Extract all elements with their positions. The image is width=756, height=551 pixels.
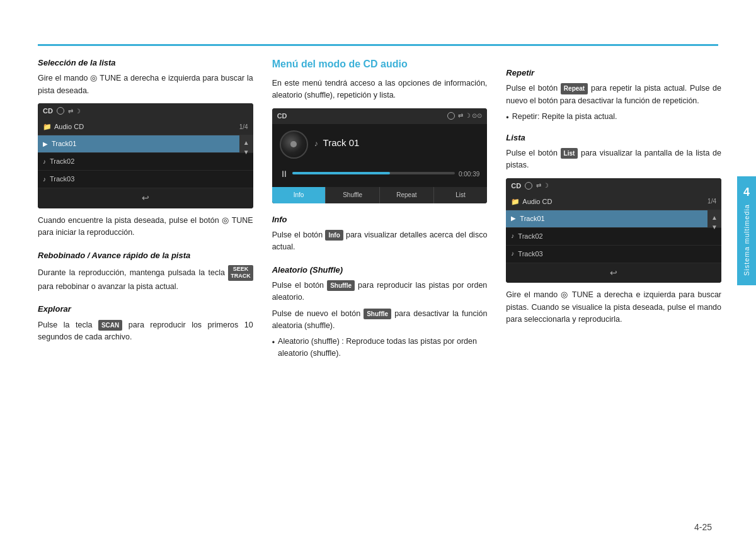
track-item-3-1: ▶ Track01 ▲ ▼: [506, 210, 721, 228]
col1-section1-title: Selección de la lista: [38, 57, 253, 69]
shuffle-bullet-text: Aleatorio (shuffle) : Reproduce todas la…: [278, 336, 487, 360]
cd-disc-graphic: [280, 130, 308, 159]
cd-header-1: CD ⇄ ☽: [38, 103, 253, 119]
shuffle-badge-1: Shuffle: [327, 280, 355, 292]
track-music-icon-3-3: ♪: [511, 249, 514, 259]
col2-section3-body2: Pulse de nuevo el botón Shuffle para des…: [272, 308, 488, 332]
player-track-info: ♪ Track 01: [314, 135, 480, 152]
audio-cd-label-3: 📁Audio CD: [511, 196, 552, 207]
col1-section3-body: Durante la reproducción, mantenga pulsad…: [38, 265, 253, 293]
info-badge: Info: [325, 230, 343, 241]
top-decorative-line: [38, 44, 718, 46]
track-play-icon-3: ▶: [511, 213, 516, 224]
column-2: Menú del modo de CD audio En este menú t…: [263, 57, 497, 513]
col3-section2-body: Pulse el botón List para visualizar la p…: [506, 147, 721, 172]
chapter-label: Sistema multimedia: [743, 204, 750, 276]
col3-section2-title: Lista: [506, 132, 721, 144]
col2-section2-body: Pulse el botón Info para visualizar deta…: [272, 229, 488, 254]
col3-section3-body: Gire el mando ◎ TUNE a derecha e izquier…: [506, 289, 721, 326]
cd-label-3: CD: [511, 181, 521, 191]
cd-header-left: CD ⇄ ☽: [43, 106, 81, 116]
main-content: Selección de la lista Gire el mando ◎ TU…: [38, 57, 731, 513]
progress-fill: [292, 172, 390, 174]
track-name-1: Track01: [52, 139, 76, 149]
page-number: 4-25: [694, 522, 712, 532]
cd-header-3: CD ⇄ ☽: [506, 178, 721, 194]
cd-screen-player: CD ⇄ ☽ ⊙⊙ ♪ Track 01: [272, 108, 488, 203]
column-3: Repetir Pulse el botón Repeat para repet…: [496, 57, 731, 513]
track-item-3-3: ♪ Track03: [506, 246, 721, 263]
cd-circle-icon-3: [525, 182, 532, 190]
list-badge: List: [561, 148, 578, 159]
track-item-2: ♪ Track02: [38, 153, 253, 171]
cd-back-row: ↩: [38, 188, 253, 208]
repeat-bullet-text: Repetir: Repite la pista actual.: [512, 111, 617, 124]
track-count-1: 1/4: [239, 122, 248, 132]
track-play-icon: ▶: [43, 139, 48, 149]
time-display: 0:00:39: [459, 169, 479, 179]
scan-button: SCAN: [98, 320, 122, 331]
track-title: ♪ Track 01: [314, 135, 480, 150]
player-circle-icon: [447, 112, 455, 120]
column-1: Selección de la lista Gire el mando ◎ TU…: [38, 57, 263, 513]
cd-screen-tracklist: CD ⇄ ☽ 📁Audio CD 1/4 ▶ Track01 ▲ ▼: [38, 103, 253, 208]
track-music-icon-3-2: ♪: [511, 231, 514, 241]
player-header: CD ⇄ ☽ ⊙⊙: [272, 108, 488, 124]
track-count-3: 1/4: [707, 196, 716, 207]
cd-header-left-3: CD ⇄ ☽: [511, 181, 549, 191]
col1-section1-body: Gire el mando ◎ TUNE a derecha e izquier…: [38, 72, 253, 97]
shuffle-badge-2: Shuffle: [364, 309, 391, 320]
shuffle-btn[interactable]: Shuffle: [326, 187, 380, 203]
repeat-bullet: • Repetir: Repite la pista actual.: [506, 111, 721, 124]
col1-section2-body: Cuando encuentre la pista deseada, pulse…: [38, 215, 253, 239]
track-name-3-2: Track02: [518, 231, 542, 242]
player-header-extra-icons: ⇄ ☽ ⊙⊙: [458, 111, 483, 121]
cd-disc-center: [290, 141, 297, 147]
seek-track-button: SEEKTRACK: [228, 265, 253, 281]
col2-section1-body: En este menú tendrá acceso a las opcione…: [272, 77, 488, 102]
cd-tracks-wrapper-3: ▶ Track01 ▲ ▼ ♪ Track02 ♪ Track03 ↩: [506, 210, 721, 283]
repeat-badge: Repeat: [561, 83, 588, 94]
col2-section3-body1: Pulse el botón Shuffle para reproducir l…: [272, 280, 488, 304]
bullet-dot-1: •: [272, 337, 275, 360]
col1-section3-title: Rebobinado / Avance rápido de la pista: [38, 249, 253, 262]
track-title-text: Track 01: [323, 137, 360, 148]
track-name-2: Track02: [50, 156, 74, 167]
info-btn[interactable]: Info: [272, 187, 326, 203]
scroll-bar: ▲ ▼: [239, 135, 253, 152]
chapter-number: 4: [743, 186, 750, 199]
col1-section4-title: Explorar: [38, 303, 253, 315]
cd-tracks-wrapper: ▶ Track01 ▲ ▼ ♪ Track02 ♪ Track03 ↩: [38, 135, 253, 208]
cd-screen-tracklist-2: CD ⇄ ☽ 📁Audio CD 1/4 ▶ Track01 ▲ ▼: [506, 178, 721, 283]
track-name-3-3: Track03: [518, 249, 542, 259]
track-name-3-1: Track01: [520, 213, 544, 224]
cd-header-icons: ⇄ ☽: [68, 106, 81, 116]
list-btn[interactable]: List: [434, 187, 488, 203]
player-header-icons: ⇄ ☽ ⊙⊙: [447, 111, 483, 121]
track-item-3: ♪ Track03: [38, 171, 253, 188]
chapter-tab: 4 Sistema multimedia: [737, 176, 756, 285]
scroll-up-icon-3: ▲: [711, 213, 718, 223]
scroll-bar-3: ▲ ▼: [707, 210, 721, 227]
audio-cd-label: 📁Audio CD: [43, 122, 84, 132]
back-icon-3: ↩: [610, 266, 617, 280]
cd-back-row-3: ↩: [506, 263, 721, 283]
track-music-icon-3: ♪: [43, 174, 46, 185]
progress-bar: [292, 172, 455, 174]
col2-section2-title: Info: [272, 213, 488, 226]
player-cd-label: CD: [277, 111, 287, 122]
repeat-btn[interactable]: Repeat: [380, 187, 434, 203]
track-name-3: Track03: [50, 174, 74, 185]
bullet-dot-2: •: [506, 112, 508, 124]
scroll-up-icon: ▲: [243, 138, 249, 148]
back-icon: ↩: [142, 191, 149, 205]
shuffle-bullet: • Aleatorio (shuffle) : Reproduce todas …: [272, 336, 488, 360]
col3-section1-title: Repetir: [506, 67, 721, 79]
player-button-bar: Info Shuffle Repeat List: [272, 187, 488, 203]
audio-cd-row-3: 📁Audio CD 1/4: [506, 194, 721, 210]
cd-label-1: CD: [43, 106, 53, 116]
track-item-1: ▶ Track01 ▲ ▼: [38, 135, 253, 153]
cd-circle-icon: [57, 107, 64, 115]
col1-section4-body: Pulse la tecla SCAN para reproducir los …: [38, 319, 253, 344]
controls-row: ⏸ 0:00:39: [280, 168, 480, 181]
